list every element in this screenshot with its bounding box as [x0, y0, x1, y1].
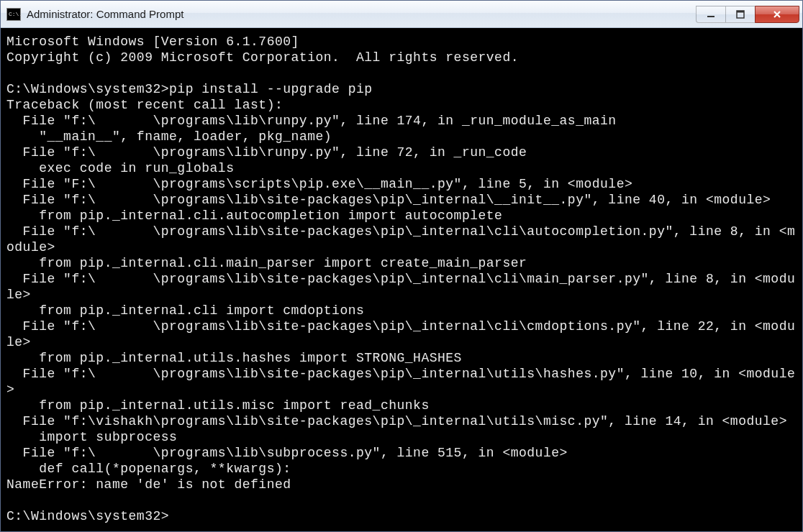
terminal-line: NameError: name 'de' is not defined	[6, 477, 799, 492]
window-controls	[697, 6, 799, 23]
terminal-line: C:\Windows\system32>pip install --upgrad…	[6, 81, 799, 97]
terminal-line: exec code in run_globals	[6, 160, 799, 176]
terminal-output[interactable]: Microsoft Windows [Version 6.1.7600]Copy…	[1, 28, 802, 531]
terminal-line: "__main__", fname, loader, pkg_name)	[6, 129, 799, 145]
cmd-window: C:\. Administrator: Command Prompt Micro…	[0, 0, 803, 532]
terminal-line: File "f:\ \programs\lib\site-packages\pi…	[6, 318, 799, 350]
terminal-line	[6, 492, 799, 508]
cmd-icon: C:\.	[6, 8, 21, 21]
terminal-line: Microsoft Windows [Version 6.1.7600]	[6, 34, 799, 50]
terminal-line: import subprocess	[6, 429, 799, 445]
terminal-line: def call(*popenargs, **kwargs):	[6, 461, 799, 477]
terminal-line: Copyright (c) 2009 Microsoft Corporation…	[6, 50, 799, 65]
svg-rect-2	[737, 11, 744, 13]
window-titlebar[interactable]: C:\. Administrator: Command Prompt	[1, 1, 802, 28]
terminal-line: File "f:\ \programs\lib\runpy.py", line …	[6, 113, 799, 129]
terminal-line: File "F:\ \programs\scripts\pip.exe\__ma…	[6, 176, 799, 192]
terminal-line: from pip._internal.cli import cmdoptions	[6, 303, 799, 318]
minimize-button[interactable]	[696, 6, 726, 23]
svg-rect-0	[707, 16, 714, 17]
terminal-line: File "f:\ \programs\lib\site-packages\pi…	[6, 366, 799, 398]
terminal-line: File "f:\ \programs\lib\site-packages\pi…	[6, 271, 799, 303]
terminal-line: File "f:\ \programs\lib\subprocess.py", …	[6, 445, 799, 461]
window-title: Administrator: Command Prompt	[27, 8, 697, 20]
terminal-line: File "f:\ \programs\lib\runpy.py", line …	[6, 145, 799, 160]
terminal-line: C:\Windows\system32>	[6, 508, 799, 524]
terminal-line: File "f:\ \programs\lib\site-packages\pi…	[6, 192, 799, 208]
terminal-line: from pip._internal.utils.hashes import S…	[6, 350, 799, 366]
close-button[interactable]	[755, 6, 799, 23]
terminal-line: File "f:\vishakh\programs\lib\site-packa…	[6, 413, 799, 429]
maximize-button[interactable]	[725, 6, 756, 23]
terminal-line	[6, 65, 799, 81]
terminal-line: Traceback (most recent call last):	[6, 97, 799, 113]
terminal-line: from pip._internal.cli.autocompletion im…	[6, 208, 799, 224]
terminal-line: from pip._internal.cli.main_parser impor…	[6, 255, 799, 271]
terminal-line: File "f:\ \programs\lib\site-packages\pi…	[6, 224, 799, 255]
terminal-line: from pip._internal.utils.misc import rea…	[6, 398, 799, 413]
